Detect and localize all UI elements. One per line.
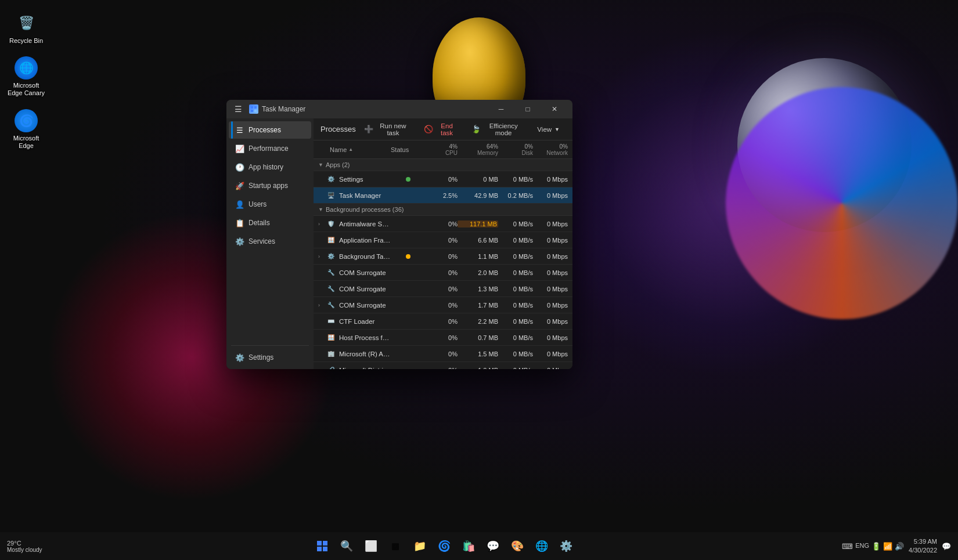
clock-time: 5:39 AM bbox=[909, 537, 937, 546]
process-list[interactable]: ▼ Apps (2) ⚙️ Settings 0% 0 MB 0 MB/s 0 … bbox=[314, 159, 572, 369]
svg-rect-1 bbox=[254, 106, 257, 109]
table-row[interactable]: › 🛡️ Antimalware Service Executable 0% 1… bbox=[314, 216, 572, 232]
sidebar-item-users[interactable]: 👤 Users bbox=[229, 196, 311, 213]
widgets-button[interactable]: ▦ bbox=[385, 536, 406, 557]
svg-rect-5 bbox=[323, 541, 327, 545]
performance-icon: 📈 bbox=[236, 144, 244, 153]
expand-icon[interactable]: › bbox=[318, 367, 326, 370]
table-row[interactable]: 🔧 COM Surrogate 0% 2.0 MB 0 MB/s 0 Mbps bbox=[314, 265, 572, 281]
close-button[interactable]: ✕ bbox=[541, 100, 568, 118]
bg-group-expand-icon[interactable]: ▼ bbox=[318, 207, 323, 212]
minimize-button[interactable]: ─ bbox=[488, 100, 514, 118]
sidebar-divider bbox=[231, 345, 309, 346]
sidebar-users-label: Users bbox=[248, 200, 266, 208]
expand-icon[interactable]: › bbox=[318, 302, 326, 308]
users-icon: 👤 bbox=[236, 200, 244, 208]
col-cpu-header[interactable]: 4% CPU bbox=[426, 143, 458, 156]
col-name-header[interactable]: Name ▲ bbox=[318, 146, 391, 153]
process-status bbox=[391, 177, 426, 182]
sidebar-item-app-history[interactable]: 🕐 App history bbox=[229, 158, 311, 176]
task-manager-app-icon bbox=[249, 104, 258, 114]
table-row[interactable]: › 🔧 COM Surrogate 0% 1.7 MB 0 MB/s 0 Mbp… bbox=[314, 297, 572, 313]
expand-icon[interactable]: › bbox=[318, 254, 326, 259]
end-task-button[interactable]: 🚫 End task bbox=[418, 120, 463, 139]
table-row[interactable]: 🔧 COM Surrogate 0% 1.3 MB 0 MB/s 0 Mbps bbox=[314, 281, 572, 297]
column-headers: Name ▲ Status 4% CPU 64% Memory bbox=[314, 140, 572, 159]
sidebar-item-services[interactable]: ⚙️ Services bbox=[229, 233, 311, 250]
process-network: 0 Mbps bbox=[533, 351, 568, 357]
language-indicator[interactable]: ENG bbox=[855, 542, 869, 551]
process-icon: ⚙️ bbox=[326, 175, 336, 184]
sidebar-startup-apps-label: Startup apps bbox=[248, 182, 288, 190]
table-row[interactable]: 🪟 Host Process for Windows Tasks 0% 0.7 … bbox=[314, 330, 572, 346]
col-status-header[interactable]: Status bbox=[391, 146, 426, 153]
weather-widget[interactable]: 29°C Mostly cloudy bbox=[7, 540, 42, 553]
process-memory: 2.0 MB bbox=[458, 269, 498, 276]
sidebar-item-processes[interactable]: ☰ Processes bbox=[229, 121, 311, 139]
process-name: Host Process for Windows Tasks bbox=[339, 334, 391, 341]
edge-taskbar-icon[interactable]: 🌀 bbox=[434, 536, 455, 557]
table-row[interactable]: ⚙️ Settings 0% 0 MB 0 MB/s 0 Mbps bbox=[314, 171, 572, 187]
title-bar-text: Task Manager bbox=[262, 105, 488, 113]
search-button[interactable]: 🔍 bbox=[336, 536, 357, 557]
table-row[interactable]: ⌨️ CTF Loader 0% 2.2 MB 0 MB/s 0 Mbps bbox=[314, 313, 572, 330]
process-disk: 0 MB/s bbox=[498, 176, 533, 183]
svg-rect-0 bbox=[251, 106, 253, 109]
paint-taskbar-icon[interactable]: 🎨 bbox=[507, 536, 528, 557]
desktop-icon-recycle-bin[interactable]: 🗑️ Recycle Bin bbox=[6, 12, 46, 45]
col-memory-header[interactable]: 64% Memory bbox=[458, 143, 498, 156]
edge-canary-label: Microsoft Edge Canary bbox=[6, 82, 46, 97]
desktop-icon-edge[interactable]: 🌀 Microsoft Edge bbox=[6, 109, 46, 150]
apps-group-expand-icon[interactable]: ▼ bbox=[318, 162, 323, 168]
sidebar: ☰ Processes 📈 Performance 🕐 App history … bbox=[226, 118, 314, 369]
sidebar-item-details[interactable]: 📋 Details bbox=[229, 214, 311, 232]
col-network-header[interactable]: 0% Network bbox=[533, 143, 568, 156]
task-view-button[interactable]: ⬜ bbox=[361, 536, 381, 557]
sidebar-item-settings[interactable]: ⚙️ Settings bbox=[229, 349, 311, 366]
table-row[interactable]: 🏢 Microsoft (R) Aggregator Host 0% 1.5 M… bbox=[314, 346, 572, 362]
maximize-button[interactable]: □ bbox=[514, 100, 541, 118]
battery-icon: 🔋 bbox=[871, 542, 881, 551]
view-button[interactable]: View ▼ bbox=[531, 124, 566, 135]
process-disk: 0 MB/s bbox=[498, 253, 533, 260]
process-name: COM Surrogate bbox=[339, 302, 391, 309]
sidebar-item-performance[interactable]: 📈 Performance bbox=[229, 140, 311, 157]
teams-taskbar-icon[interactable]: 💬 bbox=[482, 536, 503, 557]
edge-canary-icon: 🌐 bbox=[15, 56, 38, 80]
process-disk: 0 MB/s bbox=[498, 318, 533, 325]
start-button[interactable] bbox=[312, 536, 333, 557]
process-icon: 🏢 bbox=[326, 349, 336, 359]
run-new-task-button[interactable]: ➕ Run new task bbox=[358, 120, 416, 139]
status-indicator bbox=[406, 254, 410, 259]
process-disk: 0 MB/s bbox=[498, 351, 533, 357]
desktop-icons: 🗑️ Recycle Bin 🌐 Microsoft Edge Canary 🌀… bbox=[6, 12, 46, 150]
edge-label: Microsoft Edge bbox=[6, 135, 46, 150]
table-row[interactable]: › ⚙️ Background Task Host (2) 0% 1.1 MB … bbox=[314, 248, 572, 265]
hamburger-menu-btn[interactable]: ☰ bbox=[231, 103, 246, 115]
desktop-icon-edge-canary[interactable]: 🌐 Microsoft Edge Canary bbox=[6, 56, 46, 97]
process-name: COM Surrogate bbox=[339, 269, 391, 276]
weather-temp: 29°C bbox=[7, 540, 42, 547]
process-cpu: 0% bbox=[426, 221, 458, 227]
settings-taskbar-icon[interactable]: ⚙️ bbox=[556, 536, 577, 557]
process-cpu: 0% bbox=[426, 334, 458, 341]
taskbar-clock[interactable]: 5:39 AM 4/30/2022 bbox=[909, 537, 937, 555]
efficiency-mode-button[interactable]: 🍃 Efficiency mode bbox=[466, 120, 529, 139]
process-name: Microsoft (R) Aggregator Host bbox=[339, 351, 391, 357]
table-row[interactable]: 🪟 Application Frame Host 0% 6.6 MB 0 MB/… bbox=[314, 232, 572, 248]
table-row[interactable]: 🖥️ Task Manager 2.5% 42.9 MB 0.2 MB/s 0 … bbox=[314, 187, 572, 204]
process-disk: 0 MB/s bbox=[498, 221, 533, 227]
store-taskbar-icon[interactable]: 🛍️ bbox=[458, 536, 479, 557]
browser2-taskbar-icon[interactable]: 🌐 bbox=[531, 536, 552, 557]
sidebar-item-startup-apps[interactable]: 🚀 Startup apps bbox=[229, 177, 311, 194]
sort-arrow: ▲ bbox=[348, 147, 353, 152]
process-icon: 🖥️ bbox=[326, 191, 336, 200]
process-icon: 🪟 bbox=[326, 236, 336, 245]
col-disk-header[interactable]: 0% Disk bbox=[498, 143, 533, 156]
run-new-task-label: Run new task bbox=[376, 122, 410, 136]
notification-icon[interactable]: 💬 bbox=[942, 542, 951, 551]
expand-icon[interactable]: › bbox=[318, 221, 326, 227]
file-explorer-taskbar-icon[interactable]: 📁 bbox=[409, 536, 430, 557]
process-name: Microsoft Distributed Transact... bbox=[339, 367, 391, 370]
table-row[interactable]: › 🔗 Microsoft Distributed Transact... 0%… bbox=[314, 362, 572, 369]
